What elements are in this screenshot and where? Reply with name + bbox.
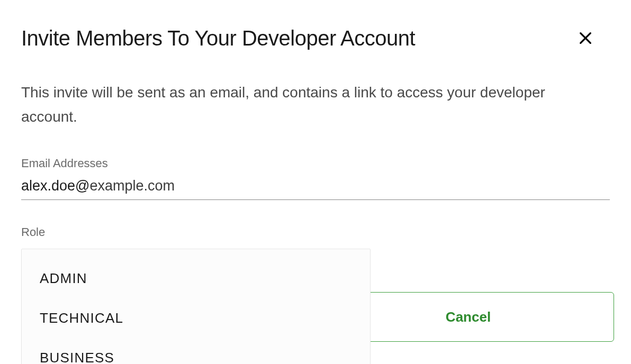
role-option-admin[interactable]: ADMIN	[22, 259, 370, 298]
invite-members-dialog: Invite Members To Your Developer Account…	[0, 0, 631, 239]
dialog-description: This invite will be sent as an email, an…	[21, 80, 593, 129]
email-input[interactable]: alex.doe@example.com	[21, 178, 610, 200]
email-field-group: Email Addresses alex.doe@example.com	[21, 157, 610, 200]
email-value: alex.doe@example.com	[21, 178, 175, 194]
close-button[interactable]	[576, 29, 595, 48]
role-option-business[interactable]: BUSINESS	[22, 338, 370, 364]
dialog-header: Invite Members To Your Developer Account	[21, 25, 610, 51]
email-label: Email Addresses	[21, 157, 610, 170]
role-field-group: Role ADMIN TECHNICAL BUSINESS	[21, 225, 610, 239]
dialog-title: Invite Members To Your Developer Account	[21, 25, 415, 51]
close-icon	[578, 31, 593, 46]
role-label: Role	[21, 225, 610, 239]
role-option-technical[interactable]: TECHNICAL	[22, 298, 370, 338]
role-dropdown[interactable]: ADMIN TECHNICAL BUSINESS	[21, 249, 371, 364]
